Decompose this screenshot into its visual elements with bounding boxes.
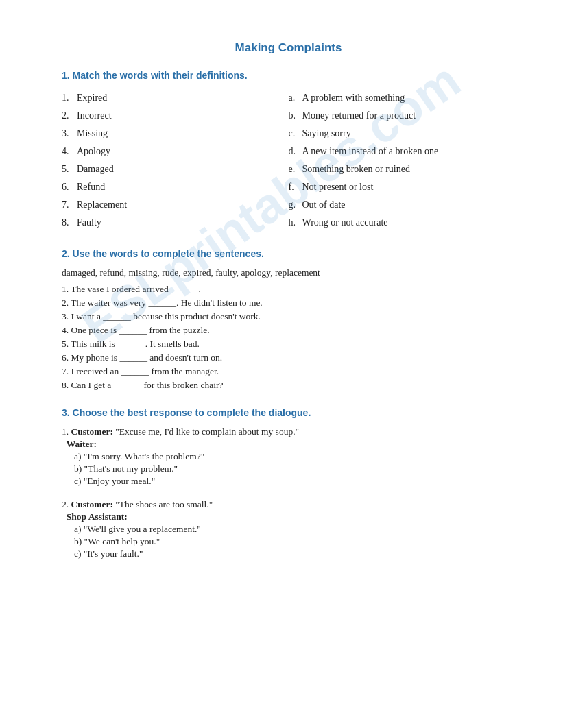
- responder-label: Shop Assistant:: [62, 511, 515, 522]
- match-definition: Money returned for a product: [302, 110, 416, 121]
- match-row: 5.Damagede.Something broken or ruined: [62, 160, 515, 178]
- dialogue-item: 2. Customer: "The shoes are too small." …: [62, 499, 515, 559]
- customer-line: 1. Customer: "Excuse me, I'd like to com…: [62, 426, 515, 437]
- match-left-cell: 2.Incorrect: [62, 107, 289, 125]
- match-number: 8.: [62, 217, 77, 228]
- sentence-item: 5. This milk is ______. It smells bad.: [62, 339, 515, 350]
- match-number: 5.: [62, 164, 77, 175]
- match-row: 1.Expireda.A problem with something: [62, 89, 515, 107]
- section-1-heading: 1. Match the words with their definition…: [62, 70, 515, 81]
- match-number: 7.: [62, 199, 77, 210]
- match-left-cell: 1.Expired: [62, 89, 289, 107]
- section-3-heading: 3. Choose the best response to complete …: [62, 407, 515, 418]
- dialogue-list: 1. Customer: "Excuse me, I'd like to com…: [62, 426, 515, 559]
- match-definition: Out of date: [302, 199, 346, 210]
- dialogue-item: 1. Customer: "Excuse me, I'd like to com…: [62, 426, 515, 487]
- sentence-item: 3. I want a ______ because this product …: [62, 311, 515, 322]
- match-right-cell: a.A problem with something: [289, 89, 516, 107]
- match-word: Replacement: [77, 199, 127, 210]
- page-title: Making Complaints: [62, 41, 515, 55]
- option-item: b) "That's not my problem.": [74, 463, 515, 474]
- match-word: Faulty: [77, 217, 101, 228]
- page-content: ESLprintables.com Making Complaints 1. M…: [62, 41, 515, 559]
- match-row: 3.Missingc.Saying sorry: [62, 125, 515, 143]
- match-left-cell: 3.Missing: [62, 125, 289, 143]
- sentence-item: 1. The vase I ordered arrived ______.: [62, 284, 515, 295]
- match-letter: c.: [289, 128, 302, 139]
- option-item: a) "I'm sorry. What's the problem?": [74, 451, 515, 462]
- match-word: Damaged: [77, 164, 114, 174]
- match-definition: A new item instead of a broken one: [302, 146, 439, 156]
- match-number: 6.: [62, 182, 77, 193]
- match-letter: d.: [289, 146, 302, 157]
- match-left-cell: 4.Apology: [62, 143, 289, 160]
- sentence-list: 1. The vase I ordered arrived ______.2. …: [62, 284, 515, 391]
- match-left-cell: 8.Faulty: [62, 214, 289, 232]
- match-right-cell: h.Wrong or not accurate: [289, 214, 516, 232]
- match-row: 7.Replacementg.Out of date: [62, 196, 515, 214]
- match-letter: f.: [289, 182, 302, 193]
- match-row: 2.Incorrectb.Money returned for a produc…: [62, 107, 515, 125]
- word-bank: damaged, refund, missing, rude, expired,…: [62, 267, 515, 278]
- match-definition: Wrong or not accurate: [302, 217, 388, 228]
- match-right-cell: f.Not present or lost: [289, 178, 516, 196]
- sentence-item: 6. My phone is ______ and doesn't turn o…: [62, 352, 515, 363]
- match-row: 6.Refundf.Not present or lost: [62, 178, 515, 196]
- match-number: 3.: [62, 128, 77, 139]
- match-word: Expired: [77, 93, 107, 103]
- match-definition: Something broken or ruined: [302, 164, 410, 174]
- match-definition: Not present or lost: [302, 182, 374, 192]
- match-row: 4.Apologyd.A new item instead of a broke…: [62, 143, 515, 160]
- sentence-item: 7. I received an ______ from the manager…: [62, 366, 515, 377]
- option-item: c) "Enjoy your meal.": [74, 476, 515, 487]
- match-letter: h.: [289, 217, 302, 228]
- sentence-item: 8. Can I get a ______ for this broken ch…: [62, 380, 515, 391]
- options: a) "I'm sorry. What's the problem?"b) "T…: [62, 451, 515, 487]
- customer-line: 2. Customer: "The shoes are too small.": [62, 499, 515, 510]
- sentence-item: 4. One piece is ______ from the puzzle.: [62, 325, 515, 336]
- match-right-cell: c.Saying sorry: [289, 125, 516, 143]
- match-definition: A problem with something: [302, 93, 405, 103]
- match-number: 2.: [62, 110, 77, 121]
- option-item: c) "It's your fault.": [74, 548, 515, 559]
- match-right-cell: b.Money returned for a product: [289, 107, 516, 125]
- match-word: Refund: [77, 182, 105, 192]
- match-letter: g.: [289, 199, 302, 210]
- match-left-cell: 5.Damaged: [62, 160, 289, 178]
- match-word: Incorrect: [77, 110, 112, 121]
- option-item: a) "We'll give you a replacement.": [74, 524, 515, 535]
- match-left-cell: 7.Replacement: [62, 196, 289, 214]
- match-letter: b.: [289, 110, 302, 121]
- match-table: 1.Expireda.A problem with something2.Inc…: [62, 89, 515, 232]
- match-right-cell: d.A new item instead of a broken one: [289, 143, 516, 160]
- option-item: b) "We can't help you.": [74, 536, 515, 547]
- responder-label: Waiter:: [62, 439, 515, 450]
- options: a) "We'll give you a replacement."b) "We…: [62, 524, 515, 559]
- section-2: 2. Use the words to complete the sentenc…: [62, 248, 515, 391]
- sentence-item: 2. The waiter was very ______. He didn't…: [62, 298, 515, 308]
- match-definition: Saying sorry: [302, 128, 351, 138]
- section-2-heading: 2. Use the words to complete the sentenc…: [62, 248, 515, 259]
- section-3: 3. Choose the best response to complete …: [62, 407, 515, 559]
- match-left-cell: 6.Refund: [62, 178, 289, 196]
- match-word: Missing: [77, 128, 108, 138]
- section-1: 1. Match the words with their definition…: [62, 70, 515, 232]
- match-right-cell: g.Out of date: [289, 196, 516, 214]
- match-right-cell: e.Something broken or ruined: [289, 160, 516, 178]
- match-letter: a.: [289, 93, 302, 104]
- match-number: 1.: [62, 93, 77, 104]
- match-number: 4.: [62, 146, 77, 157]
- match-row: 8.Faultyh.Wrong or not accurate: [62, 214, 515, 232]
- match-word: Apology: [77, 146, 110, 156]
- match-letter: e.: [289, 164, 302, 175]
